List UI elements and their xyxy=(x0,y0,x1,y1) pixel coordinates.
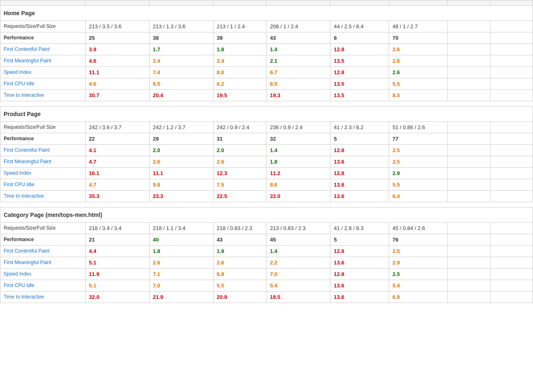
metric-val-5: 2.6 xyxy=(389,67,448,78)
performance-val-2: 31 xyxy=(213,133,266,145)
metric-val-3: 5.4 xyxy=(266,280,330,292)
metric-val-7 xyxy=(490,55,533,67)
metric-link-first-meaningful-paint[interactable]: First Meaningful Paint xyxy=(4,260,51,265)
metric-label[interactable]: First Meaningful Paint xyxy=(0,55,86,67)
metric-label[interactable]: First CPU Idle xyxy=(0,78,86,90)
metric-val-6 xyxy=(448,90,490,101)
requests-val-5: 45 / 0.84 / 2.6 xyxy=(389,223,448,234)
metric-label[interactable]: First CPU Idle xyxy=(0,280,86,292)
metric-label[interactable]: Time to Interactive xyxy=(0,90,86,101)
metric-label[interactable]: Speed Index xyxy=(0,168,86,179)
metric-label[interactable]: First Meaningful Paint xyxy=(0,156,86,168)
metric-val-3: 8.6 xyxy=(266,179,330,191)
metric-label[interactable]: Time to Interactive xyxy=(0,292,86,303)
spacer-row xyxy=(0,202,533,207)
metric-val-1: 7.0 xyxy=(149,280,213,292)
metric-val-2: 12.3 xyxy=(213,168,266,179)
metric-val-3: 6.7 xyxy=(266,67,330,78)
metric-val-5: 2.5 xyxy=(389,156,448,168)
metric-val-7 xyxy=(490,67,533,78)
metric-val-6 xyxy=(448,292,490,303)
metric-link-time-to-interactive[interactable]: Time to Interactive xyxy=(4,294,44,300)
requests-val-5: 51 / 0.86 / 2.6 xyxy=(389,122,448,133)
requests-val-1: 218 / 1.1 / 3.4 xyxy=(149,223,213,234)
metric-link-speed-index[interactable]: Speed Index xyxy=(4,170,31,176)
metric-row-time-to-interactive: Time to Interactive32.021.920.918.513.66… xyxy=(0,292,533,303)
metric-val-5: 2.9 xyxy=(389,168,448,179)
requests-val-6 xyxy=(448,21,490,32)
metric-val-7 xyxy=(490,280,533,292)
metric-val-4: 13.6 xyxy=(330,156,389,168)
metric-val-0: 16.1 xyxy=(85,168,149,179)
metric-row-first-contentful-paint: First Contentful Paint3.91.71.81.412.82.… xyxy=(0,44,533,55)
requests-label: Requests/Size/Full Size xyxy=(0,223,86,234)
metric-val-1: 11.1 xyxy=(149,168,213,179)
performance-val-0: 25 xyxy=(85,32,149,44)
metric-val-5: 5.5 xyxy=(389,78,448,90)
metric-link-first-cpu-idle[interactable]: First CPU Idle xyxy=(4,182,34,187)
metric-link-first-cpu-idle[interactable]: First CPU Idle xyxy=(4,283,34,288)
requests-label: Requests/Size/Full Size xyxy=(0,21,86,32)
section-title-product: Product Page xyxy=(0,107,533,122)
metric-label[interactable]: First Contentful Paint xyxy=(0,44,86,55)
performance-val-6 xyxy=(448,234,490,246)
metric-label[interactable]: First Contentful Paint xyxy=(0,246,86,257)
metric-val-2: 1.9 xyxy=(213,246,266,257)
metric-val-7 xyxy=(490,145,533,156)
metric-link-first-contentful-paint[interactable]: First Contentful Paint xyxy=(4,248,50,254)
performance-row-category: Performance21404345576 xyxy=(0,234,533,246)
metric-val-6 xyxy=(448,179,490,191)
metric-link-first-meaningful-paint[interactable]: First Meaningful Paint xyxy=(4,159,51,164)
metric-val-7 xyxy=(490,257,533,269)
metric-val-2: 22.5 xyxy=(213,191,266,202)
metric-val-6 xyxy=(448,156,490,168)
header-empty1 xyxy=(448,0,490,6)
metric-link-first-contentful-paint[interactable]: First Contentful Paint xyxy=(4,147,50,153)
requests-row-product: Requests/Size/Full Size242 / 3.6 / 3.724… xyxy=(0,122,533,133)
metric-val-0: 4.1 xyxy=(85,145,149,156)
metric-label[interactable]: Speed Index xyxy=(0,269,86,280)
metric-val-6 xyxy=(448,257,490,269)
metric-row-first-contentful-paint: First Contentful Paint4.12.02.01.412.82.… xyxy=(0,145,533,156)
metric-val-6 xyxy=(448,78,490,90)
metric-link-first-meaningful-paint[interactable]: First Meaningful Paint xyxy=(4,58,51,64)
metric-val-6 xyxy=(448,44,490,55)
performance-val-5: 70 xyxy=(389,32,448,44)
metric-val-3: 1.4 xyxy=(266,246,330,257)
metric-link-time-to-interactive[interactable]: Time to Interactive xyxy=(4,92,44,98)
metric-label[interactable]: Time to Interactive xyxy=(0,191,86,202)
metric-val-7 xyxy=(490,179,533,191)
metric-val-2: 20.9 xyxy=(213,292,266,303)
metric-val-2: 19.5 xyxy=(213,90,266,101)
metric-label[interactable]: First CPU Idle xyxy=(0,179,86,191)
metric-val-6 xyxy=(448,280,490,292)
performance-val-5: 77 xyxy=(389,133,448,145)
metric-link-speed-index[interactable]: Speed Index xyxy=(4,271,31,277)
metric-val-4: 13.5 xyxy=(330,90,389,101)
metric-val-0: 4.6 xyxy=(85,55,149,67)
metric-link-time-to-interactive[interactable]: Time to Interactive xyxy=(4,193,44,199)
performance-val-4: 6 xyxy=(330,32,389,44)
metric-val-2: 1.8 xyxy=(213,44,266,55)
performance-label: Performance xyxy=(0,234,86,246)
metric-val-2: 2.0 xyxy=(213,145,266,156)
requests-val-3: 208 / 1 / 2.4 xyxy=(266,21,330,32)
performance-label: Performance xyxy=(0,133,86,145)
header-minify-merge xyxy=(266,0,330,6)
performance-val-6 xyxy=(448,32,490,44)
metric-row-time-to-interactive: Time to Interactive30.720.419.519.313.58… xyxy=(0,90,533,101)
metric-label[interactable]: Speed Index xyxy=(0,67,86,78)
metric-link-speed-index[interactable]: Speed Index xyxy=(4,69,31,75)
metric-val-3: 19.3 xyxy=(266,90,330,101)
header-advanced-bundle xyxy=(389,0,448,6)
metric-val-0: 11.1 xyxy=(85,67,149,78)
metric-label[interactable]: First Meaningful Paint xyxy=(0,257,86,269)
requests-val-0: 213 / 3.5 / 3.6 xyxy=(85,21,149,32)
performance-val-4: 5 xyxy=(330,133,389,145)
metric-link-first-cpu-idle[interactable]: First CPU Idle xyxy=(4,81,34,87)
metric-label[interactable]: First Contentful Paint xyxy=(0,145,86,156)
metric-val-3: 1.8 xyxy=(266,156,330,168)
performance-val-0: 21 xyxy=(85,234,149,246)
metric-link-first-contentful-paint[interactable]: First Contentful Paint xyxy=(4,46,50,52)
requests-val-2: 218 / 0.83 / 2.3 xyxy=(213,223,266,234)
